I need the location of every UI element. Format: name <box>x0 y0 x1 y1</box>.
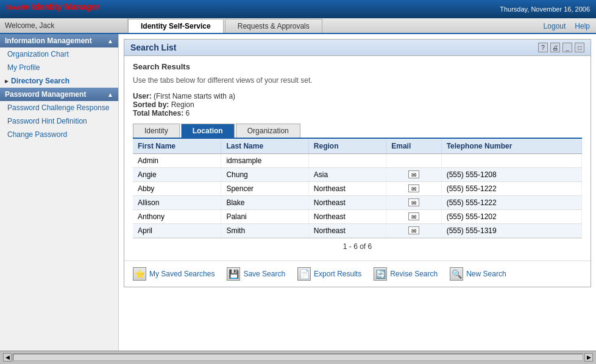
panel-title: Search List <box>130 43 176 52</box>
table-row[interactable]: AllisonBlakeNortheast✉(555) 555-1222 <box>133 196 582 210</box>
user-label: User: <box>133 92 152 100</box>
col-first-name[interactable]: First Name <box>133 139 221 154</box>
sidebar-item-directory-search[interactable]: Directory Search <box>11 77 69 85</box>
cell-last-name: Blake <box>221 196 308 210</box>
cell-last-name: Chung <box>221 168 308 182</box>
search-info: User: (First Name starts with a) Sorted … <box>133 92 582 117</box>
cell-last-name: Palani <box>221 210 308 224</box>
sidebar-section-information-management: Information Management ▲ <box>0 34 118 47</box>
search-subtitle: Use the tabs below for different views o… <box>133 76 582 85</box>
col-region[interactable]: Region <box>308 139 386 154</box>
saved-searches-icon: ⭐ <box>133 267 146 281</box>
col-telephone[interactable]: Telephone Number <box>441 139 581 154</box>
export-results-button[interactable]: 📄 Export Results <box>297 267 361 281</box>
sidebar-item-change-password[interactable]: Change Password <box>0 128 118 141</box>
search-results-title: Search Results <box>133 62 582 71</box>
panel-maximize-button[interactable]: □ <box>575 43 584 52</box>
tab-identity-self-service[interactable]: Identity Self-Service <box>128 19 224 33</box>
collapse-information-management-icon[interactable]: ▲ <box>107 38 113 44</box>
panel-help-button[interactable]: ? <box>538 43 548 52</box>
logout-link[interactable]: Logout <box>544 22 566 30</box>
new-search-icon: 🔍 <box>450 267 463 281</box>
app-datetime: Thursday, November 16, 2006 <box>500 5 590 13</box>
panel-controls: ? 🖨 _ □ <box>538 43 584 52</box>
sidebar-section-password-management: Password Management ▲ <box>0 88 118 101</box>
cell-first-name: Angie <box>133 168 221 182</box>
total-label: Total Matches: <box>133 109 183 117</box>
action-bar: ⭐ My Saved Searches 💾 Save Search 📄 Expo… <box>124 261 591 287</box>
sidebar-item-organization-chart[interactable]: Organization Chart <box>0 47 118 61</box>
cell-telephone: (555) 555-1222 <box>441 182 581 196</box>
email-icon[interactable]: ✉ <box>408 212 419 220</box>
pagination: 1 - 6 of 6 <box>133 238 582 254</box>
tab-location[interactable]: Location <box>181 124 235 138</box>
cell-first-name: Abby <box>133 182 221 196</box>
scroll-right-button[interactable]: ▶ <box>584 353 593 362</box>
cell-telephone: (555) 555-1202 <box>441 210 581 224</box>
cell-telephone: (555) 555-1319 <box>441 224 581 238</box>
cell-email[interactable]: ✉ <box>386 210 441 224</box>
results-table: First Name Last Name Region Email <box>133 139 582 238</box>
cell-email[interactable]: ✉ <box>386 182 441 196</box>
directory-search-arrow-icon: ▸ <box>5 77 9 85</box>
content-area: Search List ? 🖨 _ □ Search Results Use t… <box>119 34 596 351</box>
cell-telephone: (555) 555-1208 <box>441 168 581 182</box>
sidebar-item-password-challenge-response[interactable]: Password Challenge Response <box>0 101 118 114</box>
sorted-label: Sorted by: <box>133 100 169 109</box>
tab-requests-approvals[interactable]: Requests & Approvals <box>225 19 322 33</box>
cell-region: Asia <box>308 168 386 182</box>
cell-region: Northeast <box>308 182 386 196</box>
cell-last-name: Smith <box>221 224 308 238</box>
cell-email[interactable]: ✉ <box>386 168 441 182</box>
save-search-button[interactable]: 💾 Save Search <box>227 267 285 281</box>
app-header: Novell® Identity Manager Thursday, Novem… <box>0 0 596 18</box>
email-icon[interactable]: ✉ <box>408 226 419 234</box>
col-last-name[interactable]: Last Name <box>221 139 308 154</box>
table-row[interactable]: Adminidmsample <box>133 154 582 168</box>
table-row[interactable]: AngieChungAsia✉(555) 555-1208 <box>133 168 582 182</box>
panel-body: Search Results Use the tabs below for di… <box>124 56 591 261</box>
app-logo: Novell® Identity Manager <box>6 2 99 16</box>
cell-region: Northeast <box>308 224 386 238</box>
cell-region: Northeast <box>308 210 386 224</box>
table-row[interactable]: AnthonyPalaniNortheast✉(555) 555-1202 <box>133 210 582 224</box>
horizontal-scrollbar[interactable] <box>13 354 583 361</box>
sidebar-item-my-profile[interactable]: My Profile <box>0 61 118 74</box>
cell-email[interactable]: ✉ <box>386 224 441 238</box>
email-icon[interactable]: ✉ <box>408 184 419 192</box>
scroll-left-button[interactable]: ◀ <box>3 353 12 362</box>
total-value: 6 <box>185 109 190 117</box>
logo-trademark: ® <box>24 4 29 11</box>
cell-last-name: Spencer <box>221 182 308 196</box>
panel-minimize-button[interactable]: _ <box>562 43 572 52</box>
cell-email[interactable]: ✉ <box>386 196 441 210</box>
user-value: (First Name starts with a) <box>154 92 235 100</box>
cell-first-name: Anthony <box>133 210 221 224</box>
revise-search-icon: 🔄 <box>374 267 387 281</box>
table-row[interactable]: AbbySpencerNortheast✉(555) 555-1222 <box>133 182 582 196</box>
table-row[interactable]: AprilSmithNortheast✉(555) 555-1319 <box>133 224 582 238</box>
tab-organization[interactable]: Organization <box>236 124 300 138</box>
cell-first-name: April <box>133 224 221 238</box>
revise-search-button[interactable]: 🔄 Revise Search <box>374 267 438 281</box>
cell-telephone <box>441 154 581 168</box>
email-icon[interactable]: ✉ <box>408 198 419 206</box>
help-link[interactable]: Help <box>575 22 590 30</box>
cell-email[interactable] <box>386 154 441 168</box>
sidebar: Information Management ▲ Organization Ch… <box>0 34 119 351</box>
sorted-value: Region <box>171 100 194 109</box>
my-saved-searches-button[interactable]: ⭐ My Saved Searches <box>133 267 215 281</box>
email-icon[interactable]: ✉ <box>408 170 419 178</box>
logo-novell: Novell <box>6 4 24 11</box>
status-bar: ◀ ▶ <box>0 351 596 363</box>
collapse-password-management-icon[interactable]: ▲ <box>107 91 113 98</box>
panel-print-button[interactable]: 🖨 <box>550 43 560 52</box>
sidebar-item-password-hint-definition[interactable]: Password Hint Definition <box>0 114 118 128</box>
new-search-button[interactable]: 🔍 New Search <box>450 267 506 281</box>
col-email[interactable]: Email <box>386 139 441 154</box>
tab-identity[interactable]: Identity <box>133 124 180 138</box>
search-list-panel: Search List ? 🖨 _ □ Search Results Use t… <box>124 39 591 287</box>
logo-product: Identity Manager <box>32 2 99 12</box>
save-search-icon: 💾 <box>227 267 240 281</box>
panel-title-bar: Search List ? 🖨 _ □ <box>124 40 591 56</box>
